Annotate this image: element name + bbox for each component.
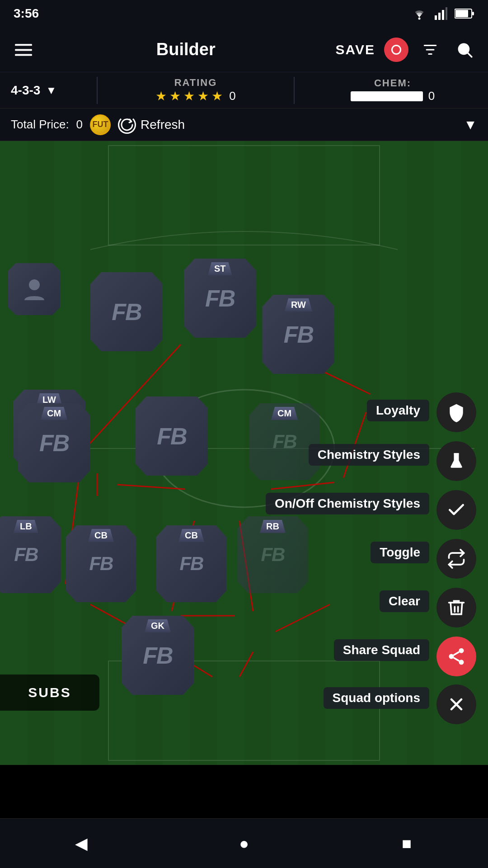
flask-icon [446,451,466,471]
svg-line-42 [454,652,459,655]
share-squad-label: Share Squad [334,639,429,661]
formation-bar: 4-3-3 ▼ RATING ★ ★ ★ ★ ★ 0 CHEM: 0 [0,72,488,108]
trash-icon [446,598,466,618]
price-bar: Total Price: 0 FUT Refresh ▼ [0,108,488,141]
refresh-icon [118,116,136,134]
chem-label: CHEM: [374,77,411,89]
signal-icon [435,7,447,20]
filter-icon [422,41,439,58]
loyalty-button[interactable] [436,392,476,432]
rating-label: RATING [174,77,217,89]
share-squad-button[interactable] [436,637,476,676]
back-icon: ◀ [75,834,88,853]
position-lb: LB [14,520,38,533]
refresh-button[interactable]: Refresh [118,116,456,134]
chemistry-styles-label: Chemistry Styles [309,444,429,466]
pitch: FB LW FB FB ST FB RW FB CM FB [0,141,488,765]
svg-line-30 [276,604,330,632]
star-3: ★ [183,89,195,104]
svg-rect-10 [15,54,32,56]
record-button[interactable] [384,38,408,62]
menu-button[interactable] [11,37,36,62]
nav-bar: Builder SAVE [0,27,488,72]
position-cb2: CB [178,529,204,542]
star-4: ★ [197,89,209,104]
home-button[interactable]: ● [228,828,260,859]
clear-button[interactable] [436,588,476,627]
svg-rect-8 [15,44,32,46]
svg-line-12 [468,53,472,57]
position-st: ST [208,262,232,275]
toggle-button[interactable] [436,539,476,579]
formation-dropdown-icon: ▼ [46,84,56,97]
search-button[interactable] [452,37,477,62]
position-rw: RW [285,298,312,311]
squad-options-label: Squad options [324,687,429,709]
save-button[interactable]: SAVE [336,42,375,57]
svg-rect-4 [446,7,447,20]
battery-icon [455,8,474,19]
on-off-chemistry-button[interactable] [436,490,476,530]
status-bar: 3:56 [0,0,488,27]
svg-rect-6 [455,10,468,17]
toggle-label: Toggle [371,542,429,563]
subs-bar[interactable]: SUBS [0,675,99,711]
rating-section: RATING ★ ★ ★ ★ ★ 0 [111,77,280,104]
toggle-icon [446,549,466,569]
price-value: 0 [76,118,83,132]
chemistry-styles-button[interactable] [436,441,476,481]
star-5: ★ [211,89,223,104]
player-slot-rw[interactable]: FB RW [285,295,312,311]
position-cm2: CM [271,407,298,420]
svg-line-24 [117,485,185,489]
svg-rect-9 [15,49,32,51]
svg-rect-1 [435,15,437,20]
chem-bar-row: 0 [351,89,435,103]
filter-button[interactable] [418,37,443,62]
player-slot-cb2[interactable]: FB CB [178,525,204,542]
recents-button[interactable]: ■ [391,828,422,859]
stars-row: ★ ★ ★ ★ ★ 0 [155,89,235,104]
svg-rect-7 [472,12,474,15]
player-slot-cm1-card[interactable]: FB CM [41,403,67,420]
price-dropdown-icon[interactable]: ▼ [464,117,477,132]
price-label: Total Price: [11,118,69,132]
player-slot-cm2[interactable]: FB CM [271,403,298,420]
subs-label: SUBS [28,685,71,700]
home-icon: ● [239,834,249,853]
close-icon [446,694,466,714]
rating-value: 0 [229,89,235,103]
formation-value: 4-3-3 [11,83,40,98]
svg-rect-3 [442,10,444,20]
svg-point-40 [459,660,464,665]
player-slot-gk[interactable]: FB GK [145,616,171,632]
svg-point-38 [459,648,464,653]
player-slot-rb[interactable]: FB RB [260,516,286,533]
svg-point-36 [29,279,40,290]
shield-icon [446,402,466,422]
menu-icon [15,41,32,58]
player-slot-lb[interactable]: FB LB [14,516,38,533]
clear-label: Clear [380,590,429,612]
formation-selector[interactable]: 4-3-3 ▼ [11,83,83,98]
position-cm1: CM [41,407,67,420]
svg-rect-2 [438,13,441,20]
search-icon [456,41,473,58]
chem-value: 0 [428,89,435,103]
squad-options-close-button[interactable] [436,684,476,724]
fut-coin: FUT [90,114,111,135]
player-slot-cb1[interactable]: FB CB [88,525,114,542]
loyalty-label: Loyalty [367,400,429,421]
back-button[interactable]: ◀ [66,828,97,859]
player-slot-st2[interactable]: FB ST [208,259,232,275]
manager-slot[interactable] [8,263,60,315]
on-off-chemistry-label: On/Off Chemistry Styles [266,493,429,514]
position-rb: RB [260,520,286,533]
star-1: ★ [155,89,167,104]
divider-chem [294,77,295,104]
position-cb1: CB [88,529,114,542]
svg-line-25 [271,482,334,489]
manager-icon [21,276,48,303]
svg-line-41 [454,658,459,661]
refresh-label: Refresh [141,118,185,132]
